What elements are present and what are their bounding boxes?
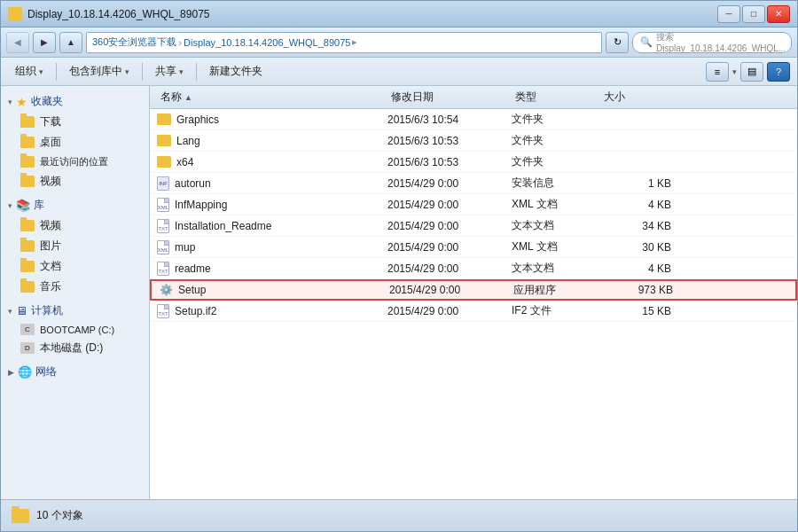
sidebar-item-recent[interactable]: 最近访问的位置 [1, 153, 149, 171]
new-folder-button[interactable]: 新建文件夹 [202, 60, 270, 82]
file-type-cell: 文本文档 [512, 218, 600, 233]
status-folder-icon [12, 509, 29, 523]
sidebar-header-network[interactable]: ▶ 🌐 网络 [1, 362, 149, 382]
file-name: Setup.if2 [175, 305, 216, 317]
file-size-cell: 15 KB [600, 305, 671, 317]
file-name: Setup [178, 284, 206, 296]
table-row[interactable]: INF autorun 2015/4/29 0:00 安装信息 1 KB [150, 173, 797, 194]
file-size-cell: 4 KB [600, 199, 671, 211]
lib-music-icon [20, 281, 35, 293]
computer-label: 计算机 [31, 303, 63, 318]
video-fav-label: 视频 [40, 174, 61, 189]
sidebar-header-favorites[interactable]: ▾ ★ 收藏夹 [1, 91, 149, 112]
file-name-cell: XML InfMapping [157, 198, 387, 212]
up-button[interactable]: ▲ [59, 32, 82, 53]
file-name-cell: INF autorun [157, 176, 387, 191]
new-folder-label: 新建文件夹 [209, 64, 262, 79]
organize-label: 组织 [15, 64, 36, 79]
video-fav-icon [20, 176, 35, 187]
library-arrow: ▾ [8, 201, 12, 210]
network-icon: 🌐 [18, 365, 32, 379]
table-row[interactable]: Lang 2015/6/3 10:53 文件夹 [150, 130, 797, 152]
lib-doc-icon [20, 261, 35, 272]
name-header-label: 名称 [160, 90, 182, 105]
organize-button[interactable]: 组织 ▾ [8, 60, 51, 82]
sidebar-item-lib-video[interactable]: 视频 [1, 215, 149, 236]
sidebar-item-video-fav[interactable]: 视频 [1, 171, 149, 192]
sidebar-item-downloads[interactable]: 下载 [1, 112, 149, 132]
sidebar-item-desktop[interactable]: 桌面 [1, 132, 149, 153]
column-header-date[interactable]: 修改日期 [387, 86, 512, 108]
inf-icon: INF [157, 176, 169, 191]
toolbar-separator-1 [56, 63, 57, 81]
search-box[interactable]: 🔍 搜索 Display_10.18.14.4206_WHQL... [632, 32, 792, 53]
view-toggle-button[interactable]: ≡ [706, 62, 729, 82]
computer-arrow: ▾ [8, 307, 12, 316]
refresh-button[interactable]: ↻ [606, 32, 629, 53]
file-date-cell: 2015/6/3 10:54 [387, 113, 512, 126]
doc-icon: TXT [157, 262, 169, 276]
toolbar-separator-3 [196, 63, 197, 81]
folder-icon [157, 135, 171, 146]
close-button[interactable]: ✕ [767, 5, 790, 23]
file-list: Graphics 2015/6/3 10:54 文件夹 Lang 2015/6/… [150, 109, 797, 499]
file-size-cell: 34 KB [600, 220, 671, 232]
file-name-cell: TXT Installation_Readme [157, 219, 387, 233]
library-label: 包含到库中 [69, 64, 122, 79]
minimize-button[interactable]: ─ [717, 5, 740, 23]
sidebar-header-library[interactable]: ▾ 📚 库 [1, 195, 149, 215]
folder-icon [157, 113, 171, 125]
toolbar-right: ≡ ▾ ▤ ? [706, 62, 790, 82]
table-row[interactable]: Graphics 2015/6/3 10:54 文件夹 [150, 109, 797, 130]
back-button[interactable]: ◀ [6, 32, 29, 53]
library-button[interactable]: 包含到库中 ▾ [62, 60, 137, 82]
file-name-cell: TXT readme [157, 262, 387, 276]
file-size-cell: 1 KB [600, 177, 671, 190]
address-path[interactable]: 360安全浏览器下载 › Display_10.18.14.4206_WHQL_… [86, 32, 602, 53]
library-label: 库 [34, 198, 44, 213]
doc-icon: TXT [157, 219, 169, 233]
file-name: Graphics [176, 113, 219, 126]
toolbar-separator-2 [142, 63, 143, 81]
file-date-cell: 2015/6/3 10:53 [387, 156, 512, 168]
restore-button[interactable]: □ [742, 5, 765, 23]
help-button[interactable]: ? [767, 62, 790, 82]
sidebar-header-computer[interactable]: ▾ 🖥 计算机 [1, 301, 149, 321]
file-name-cell: ⚙️ Setup [159, 283, 389, 297]
lib-video-icon [20, 220, 35, 231]
column-header-size[interactable]: 大小 [600, 86, 671, 108]
sidebar-item-lib-doc[interactable]: 文档 [1, 256, 149, 277]
title-bar-controls: ─ □ ✕ [717, 5, 790, 23]
lib-pic-label: 图片 [40, 239, 61, 254]
forward-button[interactable]: ▶ [33, 32, 56, 53]
table-row[interactable]: TXT readme 2015/4/29 0:00 文本文档 4 KB [150, 258, 797, 279]
share-button[interactable]: 共享 ▾ [148, 60, 191, 82]
file-date-cell: 2015/6/3 10:53 [387, 135, 512, 147]
table-row[interactable]: ⚙️ Setup 2015/4/29 0:00 应用程序 973 KB [150, 279, 797, 301]
sidebar-section-network: ▶ 🌐 网络 [1, 362, 149, 382]
address-bar: ◀ ▶ ▲ 360安全浏览器下载 › Display_10.18.14.4206… [1, 27, 797, 58]
path-separator: › [178, 37, 182, 48]
column-header-name[interactable]: 名称 ▲ [157, 86, 387, 108]
sidebar-item-lib-music[interactable]: 音乐 [1, 277, 149, 297]
view-dropdown-icon[interactable]: ▾ [732, 67, 737, 76]
file-type-cell: 文件夹 [512, 133, 600, 148]
sidebar-item-local[interactable]: D 本地磁盘 (D:) [1, 338, 149, 358]
path-segment-1: 360安全浏览器下载 [92, 35, 176, 49]
table-row[interactable]: x64 2015/6/3 10:53 文件夹 [150, 152, 797, 173]
file-name-cell: TXT Setup.if2 [157, 304, 387, 318]
table-row[interactable]: XML mup 2015/4/29 0:00 XML 文档 30 KB [150, 237, 797, 258]
table-row[interactable]: TXT Installation_Readme 2015/4/29 0:00 文… [150, 215, 797, 237]
table-row[interactable]: TXT Setup.if2 2015/4/29 0:00 IF2 文件 15 K… [150, 301, 797, 322]
pane-button[interactable]: ▤ [740, 62, 763, 82]
lib-video-label: 视频 [40, 218, 61, 233]
file-date-cell: 2015/4/29 0:00 [387, 220, 512, 232]
file-area: 名称 ▲ 修改日期 类型 大小 Graphics 2015/6/3 10:54 [150, 86, 797, 499]
name-sort-arrow: ▲ [184, 93, 192, 102]
column-header-type[interactable]: 类型 [512, 86, 600, 108]
sidebar-item-bootcamp[interactable]: C BOOTCAMP (C:) [1, 321, 149, 338]
table-row[interactable]: XML InfMapping 2015/4/29 0:00 XML 文档 4 K… [150, 194, 797, 215]
file-date-cell: 2015/4/29 0:00 [387, 262, 512, 275]
toolbar: 组织 ▾ 包含到库中 ▾ 共享 ▾ 新建文件夹 ≡ ▾ ▤ ? [1, 58, 797, 86]
sidebar-item-lib-pic[interactable]: 图片 [1, 236, 149, 256]
